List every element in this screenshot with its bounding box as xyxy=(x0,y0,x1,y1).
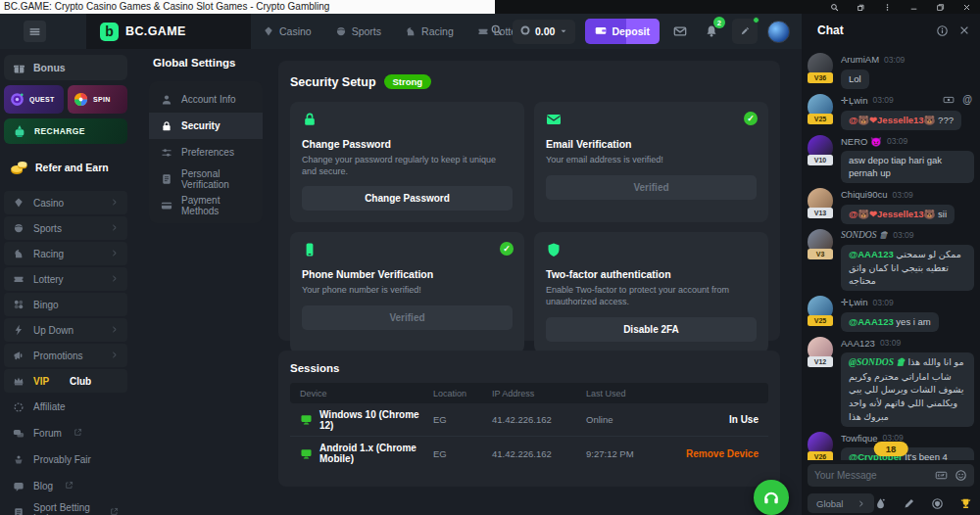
sidebar-recharge-button[interactable]: RECHARGE xyxy=(4,118,127,144)
nav-sports[interactable]: Sports xyxy=(335,25,381,37)
sidebar-item-label: Racing xyxy=(33,249,64,259)
ticket-icon xyxy=(13,273,24,285)
session-action-remove-device[interactable]: Remove Device xyxy=(668,448,759,459)
verified-check-icon: ✓ xyxy=(500,242,514,256)
sidebar-item-bingo[interactable]: Bingo xyxy=(4,293,127,316)
chat-username[interactable]: ✛Ļwin xyxy=(841,297,868,307)
close-chat-icon[interactable] xyxy=(958,24,970,36)
sidebar: Bonus QUEST SPIN RECHARGE Refer and Earn… xyxy=(4,55,127,515)
mention[interactable]: @🐻❤Jesselle13🐻 xyxy=(849,209,935,219)
disable-2fa-button[interactable]: Disable 2FA xyxy=(546,317,757,342)
settings-tab-personal-verification[interactable]: Personal Verification xyxy=(149,165,263,192)
window-tabs-button[interactable] xyxy=(848,0,874,14)
window-close-button[interactable] xyxy=(954,0,980,14)
notifications-bell-icon[interactable]: 2 xyxy=(701,21,722,42)
bonus-label: Bonus xyxy=(33,62,66,73)
chat-username[interactable]: SONDOS 🗑 xyxy=(841,230,888,240)
settings-tab-security[interactable]: Security xyxy=(149,113,263,139)
ball-icon xyxy=(335,25,347,37)
sidebar-item-racing[interactable]: Racing xyxy=(4,242,127,265)
sidebar-item-sport-betting-insig[interactable]: Sport Betting Insig... xyxy=(4,500,127,515)
settings-tab-payment-methods[interactable]: Payment Methods xyxy=(149,192,263,218)
wallet-icon xyxy=(595,24,607,38)
session-device: Android 1.x (Chrome Mobile) xyxy=(319,443,433,464)
drop-icon[interactable] xyxy=(874,497,887,510)
refer-label: Refer and Earn xyxy=(35,162,109,173)
card-title: Change Password xyxy=(302,138,513,150)
tip-icon[interactable] xyxy=(943,94,955,106)
logo[interactable]: b BC.GAME xyxy=(86,14,251,49)
verified-button[interactable]: Verified xyxy=(302,305,513,330)
support-button[interactable] xyxy=(754,480,789,515)
chat-username[interactable]: Chiqui90cu xyxy=(841,189,888,200)
verified-button[interactable]: Verified xyxy=(546,175,757,200)
sidebar-item-sports[interactable]: Sports xyxy=(4,216,127,240)
chat-username[interactable]: Towfique xyxy=(841,433,878,444)
card-title: Phone Number Verification xyxy=(302,268,513,280)
sidebar-item-label: Bingo xyxy=(33,300,59,310)
sidebar-item-lottery[interactable]: Lottery xyxy=(4,267,127,291)
sidebar-bonus-button[interactable]: Bonus xyxy=(4,55,127,80)
sessions-col-ip-address: IP Address xyxy=(492,389,586,398)
sidebar-spin-button[interactable]: SPIN xyxy=(68,85,127,114)
chevron-right-icon xyxy=(110,223,119,234)
monitor-icon xyxy=(300,413,313,426)
info-icon[interactable] xyxy=(936,24,949,37)
deposit-button[interactable]: Deposit xyxy=(585,19,660,44)
messages-icon[interactable] xyxy=(669,21,691,42)
chat-message-input[interactable] xyxy=(814,470,928,481)
session-ip: 41.42.226.162 xyxy=(492,414,586,425)
unread-messages-pill[interactable]: 18 xyxy=(874,442,908,456)
window-restore-button[interactable] xyxy=(927,0,954,14)
sidebar-quest-button[interactable]: QUEST xyxy=(4,85,64,114)
window-menu-dots-button[interactable] xyxy=(874,0,901,14)
menu-button[interactable] xyxy=(24,21,46,42)
chat-room-selector[interactable]: Global xyxy=(808,493,874,513)
sidebar-item-vip-club[interactable]: VIP Club xyxy=(4,369,127,393)
sidebar-item-blog[interactable]: Blog xyxy=(4,474,127,498)
mention[interactable]: @AAA123 xyxy=(849,249,894,259)
sidebar-item-promotions[interactable]: Promotions xyxy=(4,344,127,367)
user-avatar[interactable] xyxy=(767,21,790,43)
chat-username[interactable]: ArumiAM xyxy=(841,54,879,65)
gift-icon xyxy=(13,62,25,74)
nav-racing[interactable]: Racing xyxy=(405,25,454,37)
settings-tab-preferences[interactable]: Preferences xyxy=(149,139,263,165)
shield-coin-icon[interactable] xyxy=(931,497,944,510)
sidebar-refer-button[interactable]: Refer and Earn xyxy=(4,153,127,182)
sidebar-item-up-down[interactable]: Up Down xyxy=(4,318,127,342)
vip-level-badge: V26 xyxy=(808,451,833,460)
mention[interactable]: @AAA123 xyxy=(849,316,894,327)
chat-timestamp: 03:09 xyxy=(880,338,901,348)
settings-tab-account-info[interactable]: Account Info xyxy=(149,86,263,113)
change-password-button[interactable]: Change Password xyxy=(302,186,513,211)
pen-icon[interactable] xyxy=(903,497,915,510)
trophy-icon[interactable] xyxy=(959,497,972,510)
nav-casino[interactable]: Casino xyxy=(263,25,312,37)
mention[interactable]: @SONDOS 🗑 xyxy=(849,357,906,367)
search-icon[interactable] xyxy=(490,23,503,40)
sidebar-item-provably-fair[interactable]: Provably Fair xyxy=(4,447,127,472)
balance-selector[interactable]: 0.00 xyxy=(513,20,575,44)
chat-username[interactable]: ✛Ļwin xyxy=(841,95,868,106)
sidebar-item-label: Sports xyxy=(33,223,62,234)
chat-messages[interactable]: V36 ArumiAM 03:09 Lol V25 ✛Ļwin 03:09 @ … xyxy=(802,49,980,460)
window-search-button[interactable] xyxy=(821,0,848,14)
security-card-phone-number-verification: ✓ Phone Number Verification Your phone n… xyxy=(290,232,524,352)
chat-username[interactable]: NERO 👿 xyxy=(841,136,882,147)
chat-timestamp: 03:09 xyxy=(873,298,894,307)
smiley-icon[interactable] xyxy=(955,469,967,482)
chat-message: V36 ArumiAM 03:09 Lol xyxy=(808,53,974,89)
gif-icon[interactable] xyxy=(935,469,948,482)
session-action-in-use: In Use xyxy=(668,414,759,425)
mention[interactable]: @🐻❤Jesselle13🐻 xyxy=(849,115,935,125)
session-location: EG xyxy=(433,414,492,425)
sidebar-item-forum[interactable]: Forum xyxy=(4,421,127,445)
chat-username[interactable]: AAA123 xyxy=(841,338,875,349)
sidebar-item-affiliate[interactable]: Affiliate xyxy=(4,395,127,419)
window-minimize-button[interactable] xyxy=(901,0,927,14)
chat-compose-icon[interactable] xyxy=(732,19,758,44)
mention-at-icon[interactable]: @ xyxy=(962,94,972,106)
window-title: BC.GAME: Crypto Casino Games & Casino Sl… xyxy=(0,0,495,14)
sidebar-item-casino[interactable]: Casino xyxy=(4,191,127,214)
